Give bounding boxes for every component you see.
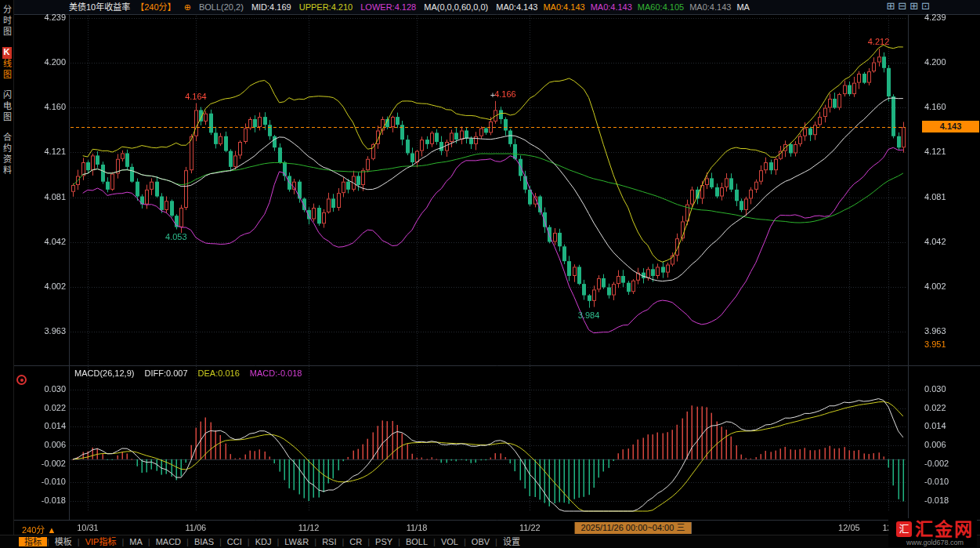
toolbar-item-MACD[interactable]: MACD	[150, 537, 186, 546]
macd-y-axis-label-right: 0.030	[924, 384, 946, 394]
ma-params-label: MA(0,0,0,60,0,0)	[424, 2, 488, 12]
boll-upper-value: UPPER:4.210	[299, 2, 353, 12]
macd-y-axis-label-left: 0.022	[24, 403, 66, 412]
x-axis-date-label: 10/31	[77, 523, 99, 532]
window-layout-icons: ⊞⊟⊞⊡	[883, 0, 930, 13]
main-y-axis-label-right: 4.121	[924, 147, 946, 156]
layout-split-icon[interactable]: ⊟	[898, 0, 906, 12]
main-y-axis-label-right: 4.081	[924, 192, 946, 201]
sidebar-item-label: 闪电图	[2, 90, 12, 123]
triangle-up-icon: ▲	[47, 525, 56, 535]
toolbar-item-CR[interactable]: CR	[344, 537, 367, 546]
toolbar-item-RSI[interactable]: RSI	[316, 537, 342, 546]
toolbar-item-KDJ[interactable]: KDJ	[250, 537, 277, 546]
sidebar-item-kline-chart[interactable]: K线图	[1, 47, 13, 81]
ma-value-5: MA	[736, 2, 750, 12]
main-y-axis-label-right: 4.002	[924, 281, 946, 291]
macd-y-axis-label-right: -0.010	[924, 477, 949, 486]
selected-date-label: 2025/11/26 00:00~04:00 三	[575, 522, 692, 534]
sidebar-item-flash-chart[interactable]: 闪电图	[1, 90, 13, 123]
k-badge: K	[2, 47, 12, 59]
price-annotation: 4.164	[185, 92, 207, 101]
chart-title: 美债10年收益率	[69, 2, 130, 12]
toolbar-item-MA[interactable]: MA	[124, 537, 148, 546]
site-logo: 汇 汇金网 www.gold678.com	[888, 518, 977, 547]
main-y-axis-label-right: 4.160	[924, 102, 946, 111]
macd-y-axis-label-left: 0.006	[24, 440, 66, 449]
toolbar-item-VIP指标[interactable]: VIP指标	[80, 537, 122, 546]
layout-single-icon[interactable]: ⊡	[921, 0, 930, 12]
macd-y-axis-label-right: 0.006	[924, 440, 946, 449]
macd-y-axis-label-right: -0.018	[924, 495, 949, 505]
ma-values: MA0:4.143MA0:4.143MA0:4.143MA60:4.105MA0…	[496, 2, 755, 12]
main-y-axis-label-left: 3.963	[24, 326, 66, 336]
x-axis-date-label: 12/05	[838, 523, 860, 532]
main-y-axis-label-left: 4.042	[24, 237, 66, 246]
x-axis-date-label: 11/18	[407, 523, 428, 532]
logo-seal-icon: 汇	[896, 521, 912, 537]
sidebar-item-label: 合约资料	[2, 132, 12, 176]
ma-value-1: MA0:4.143	[543, 2, 584, 12]
price-annotation: 4.212	[868, 37, 890, 46]
sidebar-item-label: 分时图	[2, 5, 12, 38]
price-annotation: 4.166	[494, 89, 516, 99]
macd-y-axis-label-right: 0.022	[924, 403, 946, 412]
toolbar-item-模板[interactable]: 模板	[49, 537, 78, 546]
ma-value-4: MA0:4.143	[689, 2, 731, 12]
main-y-axis-label-left: 4.081	[24, 192, 66, 201]
ma-value-0: MA0:4.143	[496, 2, 537, 12]
main-y-axis-label-right: 4.200	[924, 57, 946, 67]
left-sidebar: 分时图K线图闪电图合约资料	[0, 0, 14, 535]
macd-y-axis-label-left: -0.002	[24, 459, 66, 468]
main-y-axis-label-right: 3.963	[924, 326, 946, 336]
main-y-axis-label-left: 4.002	[24, 281, 66, 291]
chart-period: 【240分】	[136, 2, 175, 12]
main-y-axis-label-right: 4.042	[924, 237, 946, 246]
boll-label: BOLL(20,2)	[199, 2, 244, 12]
toolbar-item-指标[interactable]: 指标	[19, 537, 47, 546]
toolbar-item-OBV[interactable]: OBV	[466, 537, 495, 546]
sidebar-item-time-chart[interactable]: 分时图	[1, 5, 13, 38]
toolbar-item-PSY[interactable]: PSY	[370, 537, 398, 546]
annotation-cross-marker: +	[490, 90, 495, 100]
toolbar-item-CCI[interactable]: CCI	[222, 537, 248, 546]
ma-value-2: MA0:4.143	[591, 2, 632, 12]
macd-y-axis-label-left: 0.014	[24, 421, 66, 430]
logo-url: www.gold678.com	[896, 539, 974, 547]
toolbar-item-BOLL[interactable]: BOLL	[400, 537, 433, 546]
sidebar-item-contract-info[interactable]: 合约资料	[1, 132, 13, 176]
main-y-axis-label-left: 4.121	[24, 147, 66, 156]
toolbar-item-LW&R[interactable]: LW&R	[279, 537, 314, 546]
macd-y-axis-label-left: -0.010	[24, 477, 66, 486]
chart-label-overlay: 4.2394.2394.2004.2004.1604.1604.1214.121…	[0, 0, 980, 548]
x-axis-date-label: 11/06	[186, 523, 207, 532]
period-selector[interactable]: 240分 ▲	[22, 523, 56, 535]
x-axis-date-label: 11/22	[519, 523, 541, 532]
boll-mid-value: MID:4.169	[251, 2, 291, 12]
low-price-tag: 3.951	[924, 339, 946, 349]
sidebar-item-label: 线图	[2, 59, 12, 81]
boll-lower-value: LOWER:4.128	[360, 2, 416, 12]
toolbar-item-设置[interactable]: 设置	[497, 537, 526, 546]
ma-value-3: MA60:4.105	[638, 2, 684, 12]
macd-y-axis-label-left: 0.030	[24, 384, 66, 394]
last-price-tag: 4.143	[922, 121, 979, 132]
price-annotation: 4.053	[165, 232, 187, 241]
main-y-axis-label-left: 4.200	[24, 57, 66, 67]
layout-rows-icon[interactable]: ⊞	[909, 0, 918, 12]
logo-text: 汇金网	[915, 520, 974, 539]
toolbar-item-VOL[interactable]: VOL	[436, 537, 464, 546]
macd-y-axis-label-left: -0.018	[24, 495, 66, 505]
macd-y-axis-label-right: 0.014	[924, 421, 946, 430]
circle-plus-icon[interactable]: ⊕	[184, 2, 191, 12]
main-y-axis-label-left: 4.160	[24, 102, 66, 111]
bottom-toolbar: 指标|模板|VIP指标|MA|MACD|BIAS|CCI|KDJ|LW&R|RS…	[0, 535, 980, 548]
period-label: 240分	[22, 525, 45, 535]
x-axis-date-label: 11/12	[298, 523, 320, 532]
toolbar-item-BIAS[interactable]: BIAS	[189, 537, 219, 546]
price-annotation: 3.984	[578, 310, 600, 320]
header-bar: 美债10年收益率【240分】 ⊕ BOLL(20,2) MID:4.169 UP…	[0, 0, 980, 14]
layout-grid-icon[interactable]: ⊞	[886, 0, 895, 12]
macd-y-axis-label-right: -0.002	[924, 459, 949, 468]
